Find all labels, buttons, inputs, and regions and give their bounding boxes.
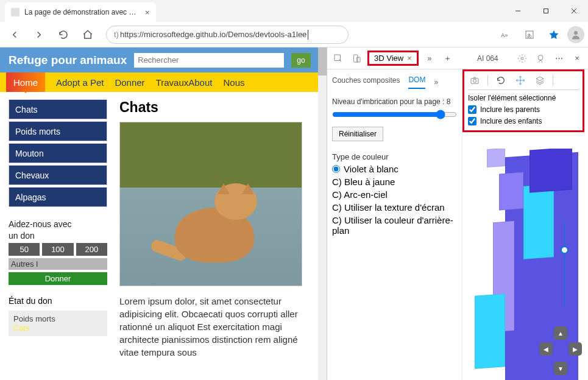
- sidebar-item-chevaux[interactable]: Chevaux: [9, 165, 107, 185]
- sidebar: Chats Poids morts Mouton Chevaux Alpagas…: [9, 99, 107, 359]
- nav-pad: ▲ ▼ ◀ ▶: [539, 331, 582, 374]
- svg-point-14: [473, 79, 476, 82]
- svg-point-11: [521, 57, 523, 60]
- page-heading: Chats: [119, 99, 318, 116]
- devtools-panel: 3D View × » ＋ AI 064 ⋯ × Couches composi…: [327, 47, 588, 380]
- back-button[interactable]: [4, 24, 26, 46]
- devtools-close-icon[interactable]: ×: [570, 51, 584, 66]
- color-arc[interactable]: C) Arc-en-ciel: [332, 189, 457, 200]
- minimize-button[interactable]: [504, 1, 532, 21]
- settings-icon[interactable]: [515, 51, 530, 66]
- url-suffix: lee: [296, 30, 306, 39]
- tab-3d-close-icon[interactable]: ×: [407, 54, 412, 63]
- svg-point-12: [538, 55, 543, 60]
- nesting-slider[interactable]: [332, 110, 457, 119]
- nesting-label: Niveau d'imbrication pour la page : 8: [332, 97, 457, 106]
- include-parents-checkbox[interactable]: Inclure les parents: [468, 105, 579, 114]
- tab-3d-label: 3D View: [374, 54, 403, 63]
- nav-nous[interactable]: Nous: [223, 77, 244, 88]
- search-go-button[interactable]: go: [291, 53, 310, 68]
- close-button[interactable]: [560, 1, 588, 21]
- read-aloud-icon[interactable]: A»: [494, 24, 516, 46]
- more-tabs-icon[interactable]: »: [422, 51, 437, 66]
- pan-icon[interactable]: [514, 74, 527, 87]
- zoom-slider-track[interactable]: [564, 222, 565, 307]
- color-bleu[interactable]: C) Bleu à jaune: [332, 177, 457, 187]
- refresh-button[interactable]: [52, 24, 74, 46]
- issues-badge[interactable]: AI 064: [473, 53, 511, 64]
- tab-close-icon[interactable]: ×: [145, 8, 150, 17]
- page-scrollbar[interactable]: [318, 47, 327, 380]
- site-title: Refuge pour animaux: [9, 54, 127, 67]
- zoom-slider-handle[interactable]: [561, 246, 569, 254]
- new-tab-icon[interactable]: ＋: [441, 51, 455, 66]
- snapshot-icon[interactable]: [468, 74, 481, 87]
- tab-3d-view[interactable]: 3D View ×: [367, 51, 419, 66]
- nav-right-button[interactable]: ▶: [569, 342, 582, 356]
- more-icon[interactable]: ⋯: [551, 51, 566, 66]
- reset-button[interactable]: Réinitialiser: [332, 127, 383, 141]
- nav-left-button[interactable]: ◀: [539, 342, 553, 356]
- nav-donner[interactable]: Donner: [115, 77, 144, 88]
- url-text: https://microsoftedge.github.io/Demos/de…: [120, 30, 296, 39]
- devtools-left-pane: Couches composites DOM » Niveau d'imbric…: [327, 69, 462, 380]
- tab-favicon: [11, 8, 19, 16]
- subtab-more-icon[interactable]: »: [434, 78, 438, 86]
- donate-200[interactable]: 200: [76, 243, 107, 256]
- subtab-dom[interactable]: DOM: [408, 76, 425, 89]
- inspect-icon[interactable]: [331, 51, 345, 66]
- sidebar-item-chats[interactable]: Chats: [9, 99, 107, 119]
- donate-50[interactable]: 50: [9, 243, 40, 256]
- feedback-icon[interactable]: [533, 51, 548, 66]
- forward-button[interactable]: [28, 24, 50, 46]
- svg-rect-1: [544, 9, 548, 13]
- retake-icon[interactable]: [494, 74, 508, 87]
- caret: [308, 30, 308, 40]
- device-icon[interactable]: [349, 51, 364, 66]
- browser-tab[interactable]: La page de démonstration avec accessibil…: [5, 2, 156, 22]
- webpage-viewport: Refuge pour animaux go Home Adopt a Pet …: [0, 47, 327, 380]
- favorite-star-icon[interactable]: [543, 24, 565, 46]
- color-violet[interactable]: Violet à blanc: [332, 164, 457, 174]
- profile-avatar[interactable]: [567, 26, 584, 43]
- translate-icon[interactable]: あ: [519, 24, 540, 46]
- nav-adopt[interactable]: Adopt a Pet: [56, 77, 104, 88]
- color-texture[interactable]: C) Utiliser la texture d'écran: [332, 202, 457, 213]
- status-title: État du don: [9, 296, 107, 306]
- include-children-checkbox[interactable]: Inclure des enfants: [468, 117, 579, 125]
- devtools-right-pane: Isoler l'élément sélectionné Inclure les…: [462, 69, 588, 380]
- sidebar-item-mouton[interactable]: Mouton: [9, 143, 107, 163]
- color-bg[interactable]: C) Utiliser la couleur d'arrière-plan: [332, 215, 457, 236]
- maximize-button[interactable]: [532, 1, 560, 21]
- status-box: Poids morts Cats: [9, 311, 107, 336]
- status-row-2: Cats: [13, 323, 102, 332]
- sidebar-item-poids[interactable]: Poids morts: [9, 121, 107, 141]
- svg-text:A»: A»: [501, 32, 508, 38]
- nav-about[interactable]: About: [188, 77, 212, 88]
- nav-home[interactable]: Home: [6, 72, 45, 92]
- nav-up-button[interactable]: ▲: [554, 326, 567, 340]
- address-bar[interactable]: t) https://microsoftedge.github.io/Demos…: [106, 26, 349, 44]
- home-button[interactable]: [77, 24, 99, 46]
- donate-title-1: Aidez-nous avec: [9, 219, 107, 229]
- url-prefix: t): [114, 30, 119, 39]
- layers-icon[interactable]: [533, 74, 547, 87]
- donate-other[interactable]: Autres l: [9, 258, 107, 270]
- donate-title-2: un don: [9, 231, 107, 241]
- svg-rect-10: [357, 57, 360, 62]
- donate-button[interactable]: Donner: [9, 272, 107, 285]
- lorem-text: Lorem ipsum dolor, sit amet consectetur …: [119, 295, 318, 359]
- nav-travaux[interactable]: Travaux: [156, 77, 189, 88]
- window-controls: [504, 1, 588, 21]
- nav-down-button[interactable]: ▼: [554, 362, 567, 375]
- svg-text:あ: あ: [527, 32, 532, 38]
- browser-toolbar: t) https://microsoftedge.github.io/Demos…: [0, 22, 588, 47]
- site-nav: Home Adopt a Pet Donner Travaux About No…: [0, 72, 327, 92]
- search-input[interactable]: [134, 53, 284, 68]
- subtab-composite[interactable]: Couches composites: [332, 76, 400, 88]
- status-row-1: Poids morts: [13, 314, 102, 323]
- sidebar-item-alpagas[interactable]: Alpagas: [9, 187, 107, 207]
- 3d-visualization[interactable]: ▲ ▼ ◀ ▶: [462, 149, 588, 380]
- svg-point-7: [574, 31, 578, 35]
- donate-100[interactable]: 100: [42, 243, 73, 256]
